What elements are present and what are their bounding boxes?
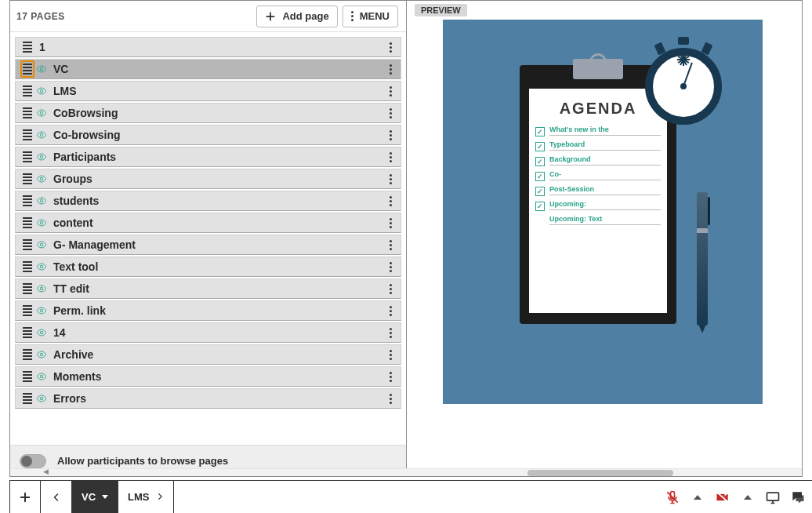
add-page-button[interactable]: Add page — [256, 5, 337, 27]
drag-handle-icon[interactable] — [20, 393, 34, 404]
svg-point-1 — [40, 89, 43, 93]
page-row[interactable]: students — [15, 191, 401, 211]
page-row[interactable]: Co-browsing — [15, 125, 401, 145]
row-menu-button[interactable] — [385, 108, 396, 118]
row-menu-button[interactable] — [385, 240, 396, 250]
row-menu-button[interactable] — [385, 394, 396, 404]
page-row[interactable]: Text tool — [15, 256, 401, 277]
drag-handle-icon[interactable] — [20, 86, 34, 96]
add-page-label: Add page — [282, 10, 328, 22]
drag-handle-icon[interactable] — [20, 371, 34, 382]
eye-icon[interactable] — [34, 349, 49, 360]
scroll-left-arrow[interactable]: ◀ — [43, 468, 49, 475]
menu-button[interactable]: MENU — [343, 5, 398, 27]
screenshare-button[interactable] — [763, 488, 782, 507]
eye-icon[interactable] — [34, 393, 49, 404]
agenda-item: ✓Upcoming: — [535, 202, 661, 211]
page-row[interactable]: Archive — [15, 344, 401, 365]
drag-handle-icon[interactable] — [20, 327, 34, 338]
eye-icon[interactable] — [34, 64, 49, 75]
agenda-item-text: Post-Session — [549, 185, 594, 193]
eye-icon[interactable] — [34, 151, 49, 162]
row-menu-button[interactable] — [385, 64, 396, 75]
drag-handle-icon[interactable] — [20, 129, 34, 140]
camera-off-button[interactable] — [713, 488, 732, 507]
page-row[interactable]: 14 — [15, 322, 401, 343]
scroll-thumb[interactable] — [527, 470, 673, 476]
chevron-left-icon — [52, 493, 61, 502]
left-header: 17 PAGES Add page MENU — [10, 1, 406, 32]
eye-icon[interactable] — [34, 195, 49, 206]
row-menu-button[interactable] — [385, 350, 396, 360]
eye-icon[interactable] — [34, 305, 49, 316]
page-row[interactable]: Moments — [15, 366, 401, 387]
tab-label: VC — [82, 491, 96, 503]
page-row[interactable]: content — [15, 213, 401, 233]
page-row[interactable]: Errors — [15, 388, 401, 409]
page-row[interactable]: Perm. link — [15, 300, 401, 321]
row-menu-button[interactable] — [385, 218, 396, 228]
mic-toggle-caret[interactable] — [688, 488, 707, 507]
row-menu-button[interactable] — [385, 196, 396, 206]
horizontal-scrollbar[interactable]: ◀ — [10, 468, 802, 476]
row-menu-button[interactable] — [385, 152, 396, 162]
drag-handle-icon[interactable] — [20, 261, 34, 272]
drag-handle-icon[interactable] — [20, 283, 34, 294]
drag-handle-icon[interactable] — [20, 151, 34, 162]
chat-button[interactable] — [788, 488, 807, 507]
eye-icon[interactable] — [34, 107, 49, 118]
eye-icon[interactable] — [34, 239, 49, 250]
page-row[interactable]: Participants — [15, 147, 401, 167]
check-icon: ✓ — [535, 157, 545, 166]
row-menu-button[interactable] — [385, 262, 396, 272]
drag-handle-icon[interactable] — [20, 239, 34, 250]
row-menu-button[interactable] — [385, 130, 396, 140]
page-row[interactable]: 1 — [15, 37, 401, 57]
eye-icon[interactable] — [34, 371, 49, 382]
eye-icon[interactable] — [34, 86, 49, 96]
mic-off-button[interactable] — [663, 488, 682, 507]
add-tab-button[interactable] — [9, 481, 41, 513]
row-menu-button[interactable] — [385, 86, 396, 96]
bottom-bar: VCLMS — [9, 480, 812, 513]
page-row[interactable]: TT edit — [15, 278, 401, 299]
page-row[interactable]: Groups — [15, 169, 401, 189]
eye-icon[interactable] — [34, 129, 49, 140]
page-title-label: Moments — [53, 370, 385, 383]
agenda-item: ✓Background — [535, 157, 661, 166]
allow-browse-toggle[interactable] — [20, 454, 46, 468]
agenda-item-text: Upcoming: Text — [549, 215, 602, 223]
page-row[interactable]: CoBrowsing — [15, 103, 401, 123]
drag-handle-icon[interactable] — [20, 60, 34, 78]
page-row[interactable]: G- Management — [15, 235, 401, 255]
drag-handle-icon[interactable] — [20, 42, 34, 53]
drag-handle-icon[interactable] — [20, 195, 34, 206]
tab-lms[interactable]: LMS — [118, 481, 173, 513]
eye-icon[interactable] — [34, 173, 49, 184]
page-row[interactable]: LMS — [15, 81, 401, 101]
drag-handle-icon[interactable] — [20, 305, 34, 316]
drag-handle-icon[interactable] — [20, 173, 34, 184]
eye-icon[interactable] — [34, 327, 49, 338]
svg-point-12 — [40, 331, 43, 334]
stopwatch-icon — [645, 48, 722, 125]
page-list[interactable]: 1VCLMSCoBrowsingCo-browsingParticipantsG… — [10, 32, 406, 445]
camera-toggle-caret[interactable] — [738, 488, 757, 507]
prev-tab-button[interactable] — [41, 481, 72, 513]
eye-icon[interactable] — [34, 217, 49, 228]
eye-icon[interactable] — [34, 261, 49, 272]
row-menu-button[interactable] — [385, 328, 396, 338]
row-menu-button[interactable] — [385, 174, 396, 184]
drag-handle-icon[interactable] — [20, 349, 34, 360]
row-menu-button[interactable] — [385, 42, 396, 53]
row-menu-button[interactable] — [385, 372, 396, 382]
eye-icon[interactable] — [34, 283, 49, 294]
row-menu-button[interactable] — [385, 284, 396, 294]
page-row[interactable]: VC — [15, 59, 401, 79]
row-menu-button[interactable] — [385, 306, 396, 316]
drag-handle-icon[interactable] — [20, 217, 34, 228]
drag-handle-icon[interactable] — [20, 107, 34, 118]
svg-point-3 — [40, 133, 43, 136]
chevron-right-icon — [156, 491, 164, 503]
tab-vc[interactable]: VC — [72, 481, 118, 513]
